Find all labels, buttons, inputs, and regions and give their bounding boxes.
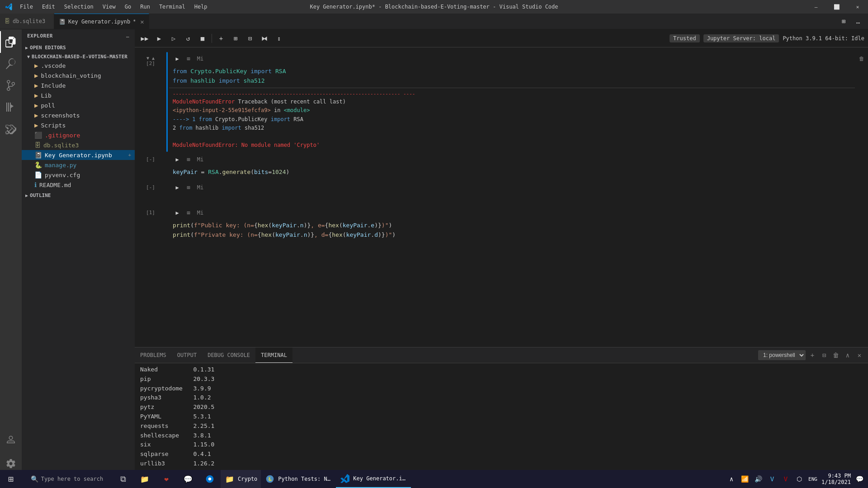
interrupt-button[interactable]: ■ [196, 32, 209, 45]
cell-2-code[interactable]: keyPair = RSA.generate(bits=1024) [169, 166, 864, 179]
cell-3-more1[interactable]: ⊞ [184, 183, 193, 192]
menu-file[interactable]: File [16, 3, 37, 11]
cell-1-delete[interactable]: 🗑 [859, 56, 864, 62]
close-button[interactable]: ✕ [847, 0, 868, 14]
tab-db-sqlite3[interactable]: 🗄 db.sqlite3 [0, 14, 54, 29]
taskbar-python-tests[interactable]: 🐍 Python Tests: No m... [261, 470, 336, 488]
terminal-maximize-button[interactable]: ∧ [843, 350, 853, 360]
tray-notification[interactable]: V [767, 474, 777, 484]
tray-icon3[interactable]: ⬡ [794, 474, 804, 484]
tray-notification-bell[interactable]: 💬 [854, 474, 864, 484]
split-editor-button[interactable]: ⊞ [837, 15, 850, 28]
taskbar-app-chat[interactable]: 💬 [177, 470, 199, 488]
cell-1-run[interactable]: ▶ [173, 54, 182, 63]
taskbar-vscode[interactable]: Key Generator.ipyn... [336, 470, 411, 488]
menu-edit[interactable]: Edit [38, 3, 59, 11]
root-folder-header[interactable]: ▼ BLOCKCHAIN-BASED-E-VOTING-MASTER [22, 53, 135, 61]
menu-run[interactable]: Run [137, 3, 154, 11]
minimize-button[interactable]: — [806, 0, 826, 14]
tray-network[interactable]: 📶 [740, 474, 750, 484]
cell-1-more1[interactable]: ⊞ [184, 54, 193, 64]
taskbar-edge[interactable] [199, 470, 221, 488]
sidebar-item-manage-py[interactable]: 🐍 manage.py [22, 160, 135, 170]
activity-search[interactable] [0, 53, 22, 75]
tray-show-hidden[interactable]: ∧ [726, 474, 736, 484]
terminal-tab-output[interactable]: OUTPUT [172, 347, 202, 363]
tray-volume[interactable]: 🔊 [754, 474, 764, 484]
sidebar-item-key-generator[interactable]: 📓 Key Generator.ipynb + [22, 150, 135, 160]
sidebar-item-blockchain-voting[interactable]: ▶ blockchain_voting [22, 70, 135, 80]
tab-key-generator[interactable]: 📓 Key Generator.ipynb * ✕ [54, 14, 149, 29]
cell-4-code[interactable]: print(f"Public key: (n={hex(keyPair.n)},… [169, 219, 864, 242]
terminal-close-button[interactable]: ✕ [854, 350, 864, 360]
run-all-button[interactable]: ▶▶ [138, 32, 151, 45]
sidebar-item-include[interactable]: ▶ Include [22, 80, 135, 90]
terminal-tab-problems[interactable]: PROBLEMS [135, 347, 172, 363]
sidebar-item-lib[interactable]: ▶ Lib [22, 90, 135, 100]
taskbar-task-view[interactable]: ⧉ [112, 470, 134, 488]
sidebar-item-gitignore[interactable]: ⬛ .gitignore [22, 130, 135, 140]
terminal-content[interactable]: Naked 0.1.31 pip 20.3.3 pycryptodome 3.9… [135, 363, 868, 478]
terminal-trash-button[interactable]: 🗑 [831, 350, 841, 360]
sidebar-item-poll[interactable]: ▶ poll [22, 100, 135, 110]
cell-2-more1[interactable]: ⊞ [184, 155, 193, 164]
menu-selection[interactable]: Selection [61, 3, 97, 11]
cell-1-collapse[interactable]: ▼ [146, 56, 150, 61]
clear-output-button[interactable]: ⊟ [244, 32, 256, 45]
menu-view[interactable]: View [99, 3, 119, 11]
move-down-button[interactable]: ↕ [273, 32, 285, 45]
activity-account[interactable] [0, 429, 22, 451]
terminal-add-button[interactable]: + [807, 350, 817, 360]
run-button[interactable]: ▶ [153, 32, 165, 45]
menu-terminal[interactable]: Terminal [156, 3, 189, 11]
activity-run[interactable] [0, 96, 22, 118]
sidebar-item-pyvenv[interactable]: 📄 pyvenv.cfg [22, 170, 135, 180]
terminal-split-button[interactable]: ⊟ [819, 350, 829, 360]
taskbar-crypto-folder[interactable]: 📁 Crypto [221, 470, 261, 488]
cell-4-run[interactable]: ▶ [173, 208, 182, 217]
activity-source-control[interactable] [0, 75, 22, 96]
taskbar-start[interactable]: ⊞ [0, 470, 22, 488]
tray-antivirus2[interactable]: V [781, 474, 791, 484]
maximize-button[interactable]: ⬜ [826, 0, 847, 14]
tray-lang[interactable]: ENG [808, 474, 818, 484]
cell-3-run[interactable]: ▶ [173, 183, 182, 192]
taskbar-app-antivirus[interactable]: ❤ [156, 470, 177, 488]
taskbar-file-explorer[interactable]: 📁 [134, 470, 156, 488]
activity-extensions[interactable] [0, 118, 22, 140]
sidebar-item-db-sqlite3[interactable]: 🗄 db.sqlite3 [22, 140, 135, 150]
open-editors-header[interactable]: ▶ OPEN EDITORS [22, 43, 135, 52]
activity-explorer[interactable] [0, 31, 22, 53]
cell-4-more1[interactable]: ⊞ [184, 208, 193, 218]
cell-4-more2[interactable]: Mi [195, 208, 205, 218]
sidebar-item-scripts[interactable]: ▶ Scripts [22, 120, 135, 130]
sidebar-item-vscode[interactable]: ▶ .vscode [22, 61, 135, 70]
more-actions-button[interactable]: … [852, 15, 864, 28]
run-below-button[interactable]: ▷ [167, 32, 180, 45]
add-cell-button[interactable]: + [215, 32, 227, 45]
tab-close-icon[interactable]: ✕ [140, 18, 144, 25]
cell-3-code[interactable] [169, 194, 864, 205]
sidebar-new-file-icon[interactable]: … [126, 33, 129, 39]
cell-1-collapse2[interactable]: ▲ [151, 56, 156, 61]
move-up-button[interactable]: ⧓ [258, 32, 271, 45]
terminal-tab-terminal[interactable]: TERMINAL [255, 347, 292, 363]
cell-1-code[interactable]: from Crypto.PublicKey import RSA from ha… [169, 65, 855, 88]
outline-section-header[interactable]: ▶ OUTLINE [22, 192, 135, 199]
jupyter-server-badge[interactable]: Jupyter Server: local [703, 34, 779, 42]
cell-3-more2[interactable]: Mi [195, 183, 205, 192]
toggle-output-button[interactable]: ⊞ [229, 32, 242, 45]
terminal-tab-debug[interactable]: DEBUG CONSOLE [202, 347, 255, 363]
cell-2-more2[interactable]: Mi [195, 155, 205, 164]
cell-2-run[interactable]: ▶ [173, 155, 182, 164]
taskbar-search[interactable]: 🔍 Type here to search [22, 470, 112, 488]
restart-button[interactable]: ↺ [182, 32, 194, 45]
new-file-icon[interactable]: + [128, 152, 131, 158]
sidebar-item-screenshots[interactable]: ▶ screenshots [22, 110, 135, 120]
sidebar-item-readme[interactable]: ℹ README.md [22, 180, 135, 190]
menu-go[interactable]: Go [121, 3, 135, 11]
cell-1-more2[interactable]: Mi [195, 54, 205, 64]
tray-clock[interactable]: 9:43 PM 1/18/2021 [821, 473, 851, 485]
menu-help[interactable]: Help [191, 3, 211, 11]
terminal-shell-select[interactable]: 1: powershell [758, 350, 806, 360]
